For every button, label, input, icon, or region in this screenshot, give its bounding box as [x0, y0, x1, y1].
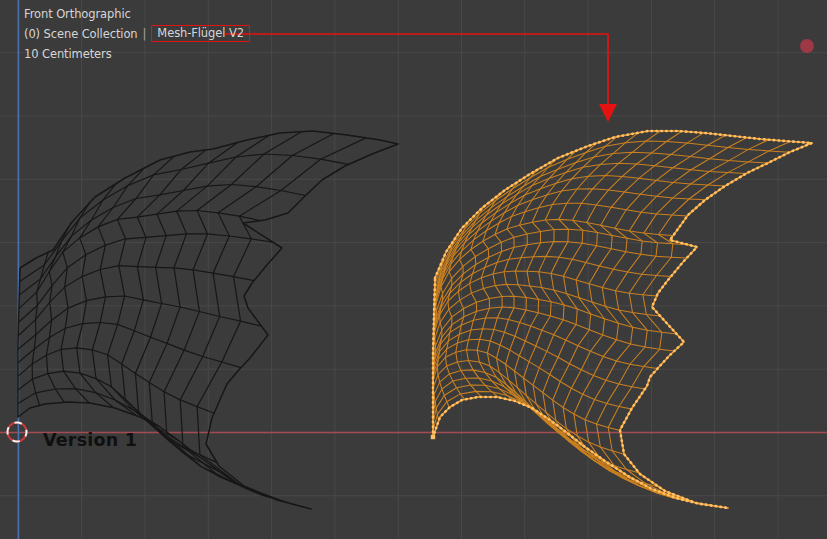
wing-version-label: Version 1: [43, 430, 137, 450]
selected-vertices: [433, 131, 812, 508]
mesh-wing-version-2-selected[interactable]: [431, 131, 812, 508]
view-mode-label: Front Orthographic: [24, 7, 131, 21]
breadcrumb: (0) Scene Collection | Mesh-Flügel V2: [24, 25, 250, 42]
root-vertex: [431, 435, 435, 439]
arrowhead-icon: [599, 104, 617, 122]
grid-scale-label: 10 Centimeters: [24, 47, 112, 61]
active-object-label: Mesh-Flügel V2: [151, 25, 250, 42]
annotation-dot: [800, 39, 814, 53]
grid-lines: [0, 0, 827, 539]
blender-3d-viewport[interactable]: Front Orthographic (0) Scene Collection …: [0, 0, 827, 539]
annotation-arrow: [224, 34, 617, 122]
axis-lines: [0, 0, 827, 539]
breadcrumb-separator: |: [143, 27, 147, 41]
breadcrumb-scene-collection: (0) Scene Collection: [24, 27, 138, 41]
viewport-canvas[interactable]: [0, 0, 827, 539]
